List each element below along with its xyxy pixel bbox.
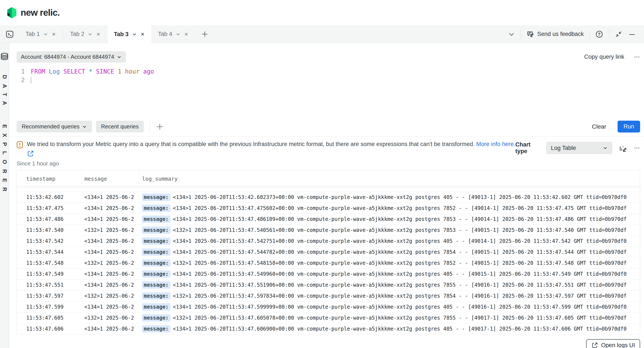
line-number: 2 — [16, 76, 25, 84]
table-row[interactable]: 11:53:47.486<134>1 2025-06-2message:<134… — [17, 214, 640, 225]
table-row[interactable]: 11:53:47.605<132>1 2025-06-2message:<132… — [17, 312, 640, 324]
chart-type-select[interactable]: Log Table — [546, 142, 612, 154]
close-icon[interactable] — [184, 32, 189, 36]
cell-log-summary: message:<134>1 2025-06-20T11:53:47.54996… — [139, 269, 640, 280]
table-row[interactable]: 11:53:47.548<132>1 2025-06-2message:<132… — [17, 258, 640, 269]
code-lines: 1FROM Log SELECT * SINCE 1 hour ago2 — [16, 67, 644, 84]
new-relic-logo-icon — [6, 7, 17, 19]
table-row[interactable]: 11:53:47.549<134>1 2025-06-2message:<134… — [17, 269, 640, 280]
summary-text: <132>1 2025-06-20T11:53:47.597834+00:00 … — [173, 293, 627, 299]
chart-edit-icon — [618, 144, 627, 152]
warning-block: We tried to transform your Metric query … — [16, 141, 515, 167]
copy-query-link[interactable]: Copy query link — [584, 54, 624, 60]
table-row[interactable]: 11:53:47.542<134>1 2025-06-2message:<134… — [17, 236, 640, 247]
table-row[interactable]: 11:53:47.599<134>1 2025-06-2message:<134… — [17, 302, 640, 312]
warning-external-link[interactable] — [27, 150, 515, 158]
summary-key-chip: message: — [142, 281, 170, 289]
open-logs-ui-button[interactable]: Open logs UI — [586, 339, 640, 348]
code-line[interactable]: 1FROM Log SELECT * SINCE 1 hour ago — [16, 67, 644, 76]
divider — [521, 30, 521, 39]
nrql-token: FROM — [31, 68, 45, 75]
cell-timestamp: 11:53:47.549 — [17, 269, 81, 280]
table-row[interactable]: 11:53:47.540<132>1 2025-06-2message:<132… — [17, 225, 640, 236]
summary-text: <134>1 2025-06-20T11:53:47.486109+00:00 … — [173, 216, 627, 222]
summary-text: <132>1 2025-06-20T11:53:47.548158+00:00 … — [173, 260, 627, 266]
close-icon[interactable] — [52, 32, 56, 36]
recent-queries-label: Recent queries — [101, 123, 139, 130]
column-header-timestamp[interactable]: timestamp — [17, 170, 81, 187]
chart-controls: Chart type Log Table — [515, 141, 640, 155]
more-info-link[interactable]: More info here. — [476, 141, 515, 147]
tab-tab-3[interactable]: Tab 3 — [107, 26, 152, 43]
table-row[interactable]: 11:53:47.606<134>1 2025-06-2message:<134… — [17, 324, 640, 334]
more-options-button[interactable] — [634, 54, 640, 60]
query-console-button[interactable] — [0, 26, 19, 43]
collapse-button[interactable] — [615, 30, 622, 38]
add-query-button[interactable] — [155, 122, 164, 131]
recommended-queries-button[interactable]: Recommended queries — [16, 121, 92, 132]
tab-tab-4[interactable]: Tab 4 — [152, 26, 195, 43]
log-table-header-row: timestampmessagelog_summary — [17, 170, 640, 187]
table-footer: Open logs UI — [9, 339, 640, 348]
clear-button[interactable]: Clear — [592, 123, 606, 130]
recommended-queries-label: Recommended queries — [22, 123, 80, 130]
cell-message: <132>1 2025-06-2 — [81, 312, 139, 324]
nrql-editor[interactable]: 1FROM Log SELECT * SINCE 1 hour ago2 — [16, 67, 644, 119]
code-line[interactable]: 2 — [16, 76, 644, 84]
edit-chart-button[interactable] — [618, 144, 627, 152]
cell-message: <134>1 2025-06-2 — [81, 214, 139, 225]
data-explorer-sidebar[interactable]: DATA EXPLORER — [0, 43, 9, 348]
help-button[interactable]: ? — [595, 30, 603, 38]
nrql-token: ago — [143, 68, 154, 75]
summary-text: <134>1 2025-06-20T11:53:47.542751+00:00 … — [173, 238, 627, 244]
main-area: DATA EXPLORER Account: 6844974 - Account… — [0, 43, 644, 348]
ellipsis-icon — [634, 54, 640, 60]
table-row[interactable]: 11:53:47.597<132>1 2025-06-2message:<132… — [17, 290, 640, 302]
table-row[interactable]: 11:53:47.544<134>1 2025-06-2message:<134… — [17, 247, 640, 258]
table-row[interactable]: 11:53:42.602<134>1 2025-06-2message:<134… — [17, 192, 640, 203]
column-header-message[interactable]: message — [81, 170, 139, 187]
log-table-body: 11:53:42.602<134>1 2025-06-2message:<134… — [17, 187, 640, 334]
chevron-down-icon[interactable] — [132, 32, 137, 36]
chevron-down-icon[interactable] — [88, 32, 92, 36]
tab-tab-2[interactable]: Tab 2 — [64, 26, 107, 43]
summary-key-chip: message: — [142, 303, 170, 310]
cell-message: <134>1 2025-06-2 — [81, 324, 139, 334]
plus-icon — [155, 122, 164, 131]
cell-message: <134>1 2025-06-2 — [81, 280, 139, 290]
recent-queries-button[interactable]: Recent queries — [96, 121, 144, 132]
send-feedback-button[interactable]: Send us feedback — [526, 30, 584, 38]
close-icon[interactable] — [96, 32, 101, 36]
summary-text: <134>1 2025-06-20T11:53:42.602373+00:00 … — [173, 194, 627, 200]
tab-overflow-button[interactable] — [508, 30, 515, 38]
chart-type-value: Log Table — [551, 145, 576, 152]
column-header-log_summary[interactable]: log_summary — [139, 170, 640, 187]
table-row[interactable]: 11:53:47.551<134>1 2025-06-2message:<134… — [17, 280, 640, 290]
cell-log-summary: message:<134>1 2025-06-20T11:53:47.54275… — [139, 236, 640, 247]
logo-text: new relic. — [21, 8, 60, 18]
ellipsis-icon — [634, 145, 640, 151]
cell-timestamp: 11:53:47.544 — [17, 247, 81, 258]
account-selector[interactable]: Account: 6844974 - Account 6844974 — [16, 51, 126, 62]
log-table: timestampmessagelog_summary 11:53:42.602… — [17, 170, 640, 334]
close-icon[interactable] — [140, 32, 145, 36]
run-button[interactable]: Run — [618, 121, 640, 132]
nrql-token: * — [89, 68, 92, 75]
minimize-button[interactable] — [628, 30, 636, 38]
chevron-down-icon[interactable] — [176, 32, 180, 36]
nrql-token: Log — [49, 68, 60, 75]
cell-message: <134>1 2025-06-2 — [81, 236, 139, 247]
divider — [150, 122, 150, 132]
warning-icon — [16, 141, 23, 148]
chevron-down-icon[interactable] — [43, 32, 48, 36]
tab-tab-1[interactable]: Tab 1 — [19, 26, 62, 43]
table-row[interactable]: 11:53:47.475<134>1 2025-06-2message:<134… — [17, 203, 640, 214]
warning-text: We tried to transform your Metric query … — [27, 141, 475, 147]
summary-key-chip: message: — [142, 238, 170, 245]
summary-text: <132>1 2025-06-20T11:53:47.540561+00:00 … — [173, 227, 627, 233]
code-content — [31, 76, 31, 84]
summary-text: <134>1 2025-06-20T11:53:47.599999+00:00 … — [173, 304, 627, 310]
cell-log-summary: message:<134>1 2025-06-20T11:53:47.59999… — [139, 302, 640, 312]
add-tab-button[interactable] — [195, 26, 214, 43]
chart-more-options-button[interactable] — [634, 145, 640, 151]
